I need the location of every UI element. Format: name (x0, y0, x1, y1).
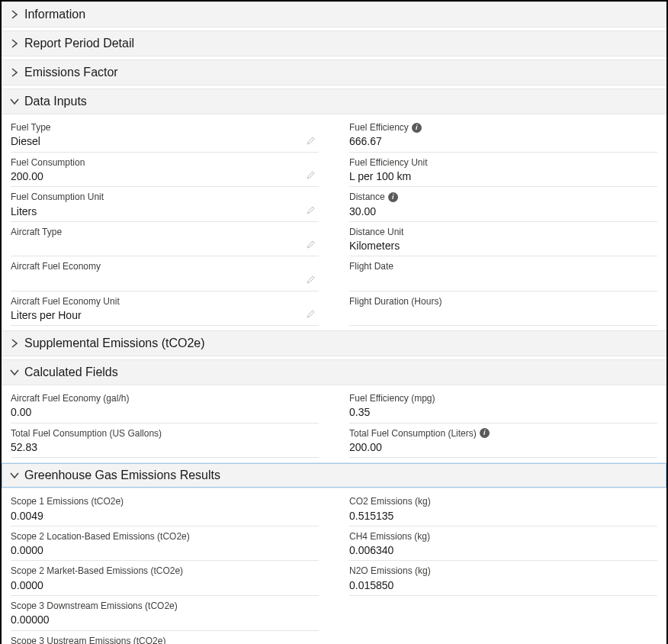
pencil-icon[interactable] (307, 136, 316, 147)
field-scope1-emissions: Scope 1 Emissions (tCO2e) 0.0049 (11, 491, 319, 526)
pencil-icon[interactable] (307, 240, 316, 251)
calculated-fields-right-column: Fuel Efficiency (mpg) 0.35 Total Fuel Co… (349, 388, 657, 458)
field-label: Aircraft Fuel Economy (11, 261, 319, 272)
field-label: N2O Emissions (kg) (349, 565, 657, 576)
field-scope2-location-emissions: Scope 2 Location-Based Emissions (tCO2e)… (11, 526, 319, 562)
section-header-emissions-factor[interactable]: Emissions Factor (2, 60, 666, 85)
section-header-report-period-detail[interactable]: Report Period Detail (2, 31, 666, 56)
chevron-right-icon (9, 38, 20, 49)
field-value: 0.0000 (11, 578, 319, 592)
field-flight-duration[interactable]: Flight Duration (Hours) (349, 291, 657, 326)
field-value: 0.515135 (349, 509, 657, 523)
data-inputs-right-column: Fuel Efficiency i 666.67 Fuel Efficiency… (349, 118, 657, 326)
label-text: Distance (349, 192, 385, 202)
field-fuel-efficiency[interactable]: Fuel Efficiency i 666.67 (349, 118, 657, 153)
field-value (349, 308, 657, 322)
field-label: Flight Duration (Hours) (349, 296, 657, 307)
field-value: 200.00 (11, 169, 319, 183)
section-title: Greenhouse Gas Emissions Results (24, 469, 220, 482)
field-value: Diesel (11, 134, 319, 148)
field-label: Fuel Efficiency i (349, 122, 657, 133)
field-label: Scope 2 Location-Based Emissions (tCO2e) (11, 531, 319, 542)
field-value (349, 274, 657, 288)
chevron-right-icon (9, 9, 20, 20)
field-label: Scope 3 Downstream Emissions (tCO2e) (11, 601, 319, 611)
field-value (11, 274, 319, 288)
field-value: Liters per Hour (11, 308, 319, 322)
section-header-supplemental-emissions[interactable]: Supplemental Emissions (tCO2e) (2, 330, 666, 356)
field-aircraft-fuel-economy-unit[interactable]: Aircraft Fuel Economy Unit Liters per Ho… (11, 291, 319, 327)
field-value: 666.67 (349, 134, 657, 148)
section-title: Calculated Fields (24, 365, 118, 379)
field-label: Flight Date (349, 261, 657, 272)
field-label: CO2 Emissions (kg) (349, 496, 657, 507)
chevron-right-icon (9, 338, 20, 349)
field-label: Aircraft Fuel Economy Unit (11, 296, 319, 307)
field-label: Total Fuel Consumption (US Gallons) (11, 428, 319, 439)
field-co2-emissions: CO2 Emissions (kg) 0.515135 (349, 491, 657, 526)
pencil-icon[interactable] (307, 309, 316, 320)
field-scope3-upstream-emissions: Scope 3 Upstream Emissions (tCO2e) 0.000… (11, 631, 319, 644)
field-value: 0.015850 (349, 578, 657, 592)
field-total-fuel-consumption-us-gallons: Total Fuel Consumption (US Gallons) 52.8… (11, 423, 319, 459)
section-header-information[interactable]: Information (2, 2, 666, 27)
chevron-down-icon (9, 367, 20, 378)
ghg-results-right-column: CO2 Emissions (kg) 0.515135 CH4 Emission… (349, 491, 657, 644)
info-icon[interactable]: i (480, 428, 490, 438)
chevron-down-icon (9, 96, 20, 107)
field-fuel-type[interactable]: Fuel Type Diesel (11, 118, 319, 153)
field-label: Fuel Consumption (11, 157, 319, 168)
field-fuel-efficiency-mpg: Fuel Efficiency (mpg) 0.35 (349, 388, 657, 423)
calculated-fields-left-column: Aircraft Fuel Economy (gal/h) 0.00 Total… (11, 388, 319, 458)
calculated-fields-body: Aircraft Fuel Economy (gal/h) 0.00 Total… (2, 385, 666, 462)
field-total-fuel-consumption-liters: Total Fuel Consumption (Liters) i 200.00 (349, 423, 657, 459)
section-header-ghg-results[interactable]: Greenhouse Gas Emissions Results (2, 462, 666, 488)
field-n2o-emissions: N2O Emissions (kg) 0.015850 (349, 561, 657, 596)
field-distance[interactable]: Distance i 30.00 (349, 187, 657, 222)
field-aircraft-fuel-economy-galh: Aircraft Fuel Economy (gal/h) 0.00 (11, 388, 319, 423)
label-text: Total Fuel Consumption (Liters) (349, 428, 477, 439)
pencil-icon[interactable] (307, 205, 316, 217)
pencil-icon[interactable] (307, 170, 316, 182)
field-label: Fuel Efficiency (mpg) (349, 393, 657, 404)
field-value: 0.006340 (349, 543, 657, 557)
field-ch4-emissions: CH4 Emissions (kg) 0.006340 (349, 526, 657, 562)
field-aircraft-type[interactable]: Aircraft Type (11, 222, 319, 256)
field-value: 200.00 (349, 440, 657, 454)
field-scope3-downstream-emissions: Scope 3 Downstream Emissions (tCO2e) 0.0… (11, 596, 319, 631)
field-fuel-consumption[interactable]: Fuel Consumption 200.00 (11, 153, 319, 188)
field-label: Total Fuel Consumption (Liters) i (349, 428, 657, 439)
field-fuel-efficiency-unit[interactable]: Fuel Efficiency Unit L per 100 km (349, 153, 657, 188)
field-label: Distance Unit (349, 227, 657, 237)
chevron-down-icon (9, 470, 20, 481)
section-title: Report Period Detail (24, 37, 134, 50)
pencil-icon[interactable] (307, 275, 316, 286)
field-distance-unit[interactable]: Distance Unit Kilometers (349, 222, 657, 257)
field-fuel-consumption-unit[interactable]: Fuel Consumption Unit Liters (11, 187, 319, 222)
section-title: Data Inputs (24, 95, 87, 108)
label-text: Fuel Efficiency (349, 122, 409, 133)
info-icon[interactable]: i (388, 192, 398, 202)
field-value (11, 239, 319, 253)
field-label: Aircraft Fuel Economy (gal/h) (11, 393, 319, 404)
field-label: Distance i (349, 192, 657, 202)
field-label: Scope 2 Market-Based Emissions (tCO2e) (11, 565, 319, 576)
field-label: Scope 1 Emissions (tCO2e) (11, 496, 319, 507)
section-header-calculated-fields[interactable]: Calculated Fields (2, 359, 666, 385)
field-value: L per 100 km (349, 169, 657, 183)
field-scope2-market-emissions: Scope 2 Market-Based Emissions (tCO2e) 0… (11, 561, 319, 596)
section-title: Emissions Factor (24, 66, 118, 79)
field-aircraft-fuel-economy[interactable]: Aircraft Fuel Economy (11, 256, 319, 291)
section-header-data-inputs[interactable]: Data Inputs (2, 89, 666, 114)
field-flight-date[interactable]: Flight Date (349, 256, 657, 291)
field-value: 0.00 (11, 405, 319, 419)
field-value: Kilometers (349, 239, 657, 253)
field-value: 0.0000 (11, 543, 319, 557)
info-icon[interactable]: i (412, 123, 422, 133)
field-label: Fuel Efficiency Unit (349, 157, 657, 168)
section-title: Supplemental Emissions (tCO2e) (24, 336, 205, 350)
field-value: 0.00000 (11, 613, 319, 626)
field-value: 30.00 (349, 204, 657, 218)
field-label: Fuel Type (11, 122, 319, 133)
field-value: 0.0049 (11, 509, 319, 523)
